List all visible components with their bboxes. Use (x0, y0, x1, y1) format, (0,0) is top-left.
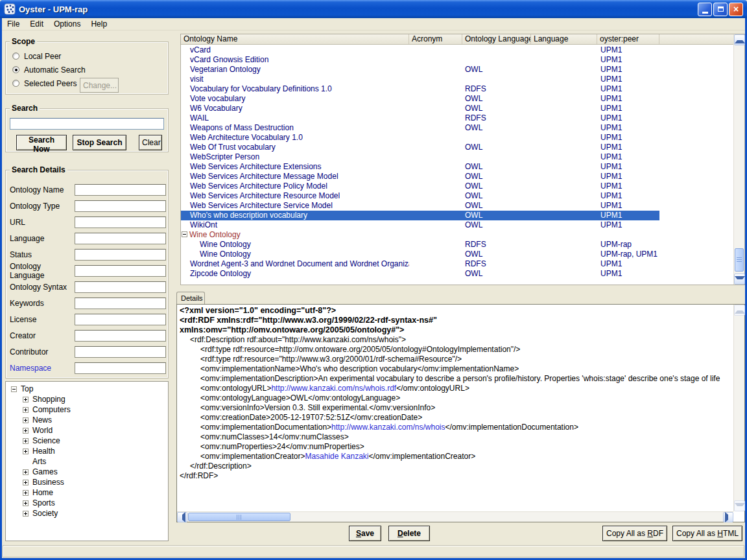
tree-item[interactable]: Society (6, 508, 168, 519)
tree-item[interactable]: News (6, 415, 168, 425)
table-row[interactable]: WAIL RDFS UPM1 (181, 113, 733, 123)
tree-expander-icon[interactable] (23, 490, 29, 496)
xml-link[interactable]: http://www.kanzaki.com/ns/whois.rdf (271, 384, 396, 393)
tree-item[interactable]: World (6, 425, 168, 436)
scroll-thumb[interactable] (735, 248, 744, 272)
table-row[interactable]: visit UPM1 (181, 75, 733, 84)
column-header[interactable]: Ontology Name (181, 34, 409, 44)
menu-item[interactable]: Options (49, 18, 86, 30)
field-input[interactable] (75, 362, 166, 374)
tree-item[interactable]: Shopping (6, 394, 168, 404)
table-row[interactable]: Wine Ontology OWL UPM-rap, UPM1 (181, 250, 733, 259)
table-scrollbar[interactable] (733, 34, 744, 285)
field-input[interactable] (75, 249, 166, 261)
tree-item[interactable]: Health (6, 446, 168, 456)
table-row[interactable]: Wine Ontology RDFS UPM-rap (181, 240, 733, 250)
tree-item[interactable]: Science (6, 436, 168, 446)
table-row[interactable]: Web Services Architecture Message Model … (181, 172, 733, 181)
tree-expander-icon[interactable] (23, 428, 29, 434)
xml-link[interactable]: Masahide Kanzaki (305, 452, 368, 461)
table-row[interactable]: Web Of Trust vocabulary OWL UPM1 (181, 143, 733, 152)
details-scroll-left-button[interactable] (177, 512, 187, 522)
tree-item[interactable]: Computers (6, 404, 168, 415)
details-tab[interactable]: Details (176, 292, 205, 304)
close-button[interactable]: × (729, 3, 743, 16)
tree-expander-icon[interactable] (23, 438, 29, 444)
tree-expander-icon[interactable] (23, 469, 29, 475)
column-header[interactable]: Acronym (409, 34, 462, 44)
details-vertical-scrollbar[interactable] (733, 305, 744, 511)
save-button[interactable]: Save (349, 526, 381, 541)
column-header[interactable]: Ontology Language (462, 34, 531, 44)
field-input[interactable] (75, 216, 166, 228)
tree-item[interactable]: Games (6, 467, 168, 477)
details-scroll-up-button[interactable] (734, 305, 745, 316)
table-row[interactable]: Web Architecture Vocabulary 1.0 UPM1 (181, 133, 733, 143)
table-row[interactable]: Vegetarian Ontology OWL UPM1 (181, 65, 733, 75)
details-horizontal-scrollbar[interactable] (177, 511, 733, 522)
field-input[interactable] (75, 346, 166, 358)
field-input[interactable] (75, 281, 166, 293)
table-row[interactable]: W6 Vocabulary OWL UPM1 (181, 104, 733, 113)
column-header[interactable]: Language (531, 34, 597, 44)
tree-item[interactable]: Business (6, 477, 168, 487)
table-row[interactable]: Weapons of Mass Destruction OWL UPM1 (181, 123, 733, 133)
tree-expander-icon[interactable] (11, 386, 17, 392)
xml-link[interactable]: http://www.kanzaki.com/ns/whois (331, 423, 445, 432)
field-input[interactable] (75, 200, 166, 212)
table-row[interactable]: Wordnet Agent-3 and Wordnet Document and… (181, 259, 733, 269)
table-row[interactable]: Vocabulary for Vocabulary Definitions 1.… (181, 84, 733, 94)
field-input[interactable] (75, 265, 166, 277)
details-scroll-thumb[interactable] (188, 513, 290, 521)
tree-expander-icon[interactable] (23, 449, 29, 454)
row-expander-icon[interactable] (182, 231, 187, 237)
field-input[interactable] (75, 298, 166, 309)
column-header[interactable]: oyster:peer (597, 34, 659, 44)
scope-radio-option[interactable]: Automatic Search (6, 63, 168, 76)
tree-item[interactable]: Sports (6, 498, 168, 508)
tree-item[interactable]: Top (6, 384, 168, 394)
table-row[interactable]: vCard Gnowsis Edition UPM1 (181, 55, 733, 65)
table-row[interactable]: WikiOnt OWL UPM1 (181, 220, 733, 230)
table-row[interactable]: Web Services Architecture Extensions OWL… (181, 162, 733, 172)
restore-button[interactable] (713, 3, 728, 16)
tree-expander-icon[interactable] (23, 500, 29, 506)
delete-button[interactable]: Delete (388, 526, 430, 541)
tree-expander-icon[interactable] (23, 511, 29, 517)
tree-expander-icon[interactable] (23, 407, 29, 413)
table-row[interactable]: Wine Ontology (181, 230, 733, 240)
minimize-button[interactable] (698, 3, 712, 16)
scope-radio-option[interactable]: Local Peer (6, 49, 168, 63)
change-button[interactable]: Change... (80, 78, 119, 93)
scroll-down-button[interactable] (734, 274, 745, 285)
field-input[interactable] (75, 330, 166, 342)
tree-item[interactable]: Home (6, 487, 168, 498)
table-row[interactable]: Who's who description vocabulary OWL UPM… (181, 211, 733, 220)
table-row[interactable]: Web Services Architecture Policy Model O… (181, 181, 733, 191)
table-row[interactable]: Web Services Architecture Service Model … (181, 201, 733, 211)
table-row[interactable]: Zipcode Ontology OWL UPM1 (181, 269, 733, 279)
details-scroll-down-button[interactable] (734, 500, 745, 511)
table-row[interactable]: WebScripter Person UPM1 (181, 152, 733, 162)
title-bar[interactable]: Oyster - UPM-rap × (0, 0, 747, 18)
copy-all-as-rdf-button[interactable]: Copy All as RDF (602, 526, 667, 541)
tree-expander-icon[interactable] (23, 480, 29, 485)
stop-search-button[interactable]: Stop Search (73, 135, 126, 150)
clear-button[interactable]: Clear (139, 135, 162, 150)
table-row[interactable]: Web Services Architecture Resource Model… (181, 191, 733, 201)
menu-item[interactable]: Edit (25, 18, 49, 30)
search-input[interactable] (10, 118, 164, 130)
copy-all-as-html-button[interactable]: Copy All as HTML (672, 526, 742, 541)
menu-item[interactable]: Help (86, 18, 112, 30)
menu-item[interactable]: File (2, 18, 25, 30)
details-scroll-right-button[interactable] (723, 512, 733, 522)
tree-expander-icon[interactable] (23, 397, 29, 402)
table-row[interactable]: Vote vocabulary OWL UPM1 (181, 94, 733, 104)
field-input[interactable] (75, 184, 166, 196)
scroll-up-button[interactable] (734, 34, 745, 45)
tree-expander-icon[interactable] (23, 417, 29, 423)
search-now-button[interactable]: Search Now (16, 135, 67, 150)
field-input[interactable] (75, 314, 166, 325)
table-row[interactable]: vCard UPM1 (181, 45, 733, 55)
field-input[interactable] (75, 233, 166, 244)
